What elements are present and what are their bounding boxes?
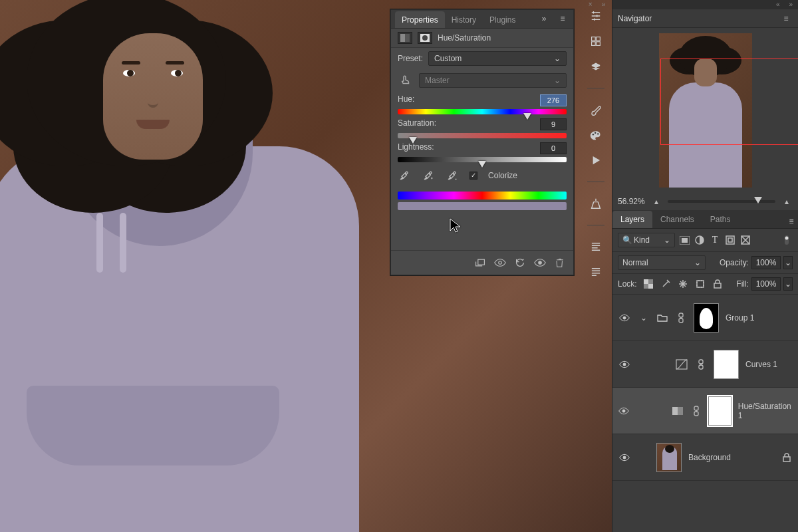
collapse-icon[interactable]: » <box>602 1 606 8</box>
saturation-slider-block: Saturation: 9 <box>391 116 573 140</box>
tab-paths[interactable]: Paths <box>702 211 739 228</box>
layer-name[interactable]: Background <box>688 453 731 462</box>
right-panel-column: « » Navigator ≡ 56.92% ▴ ▴ <box>612 0 798 532</box>
hue-label: Hue: <box>398 94 414 106</box>
lightness-slider[interactable] <box>398 157 567 162</box>
layer-row-background[interactable]: Background <box>612 434 798 481</box>
saturation-input[interactable]: 9 <box>540 118 567 130</box>
collapsed-panel-dock <box>584 9 608 279</box>
actions-dock-icon[interactable] <box>589 154 602 167</box>
lock-all-icon[interactable] <box>712 278 724 290</box>
panel-menu-icon[interactable]: ≡ <box>785 215 798 228</box>
svg-point-12 <box>595 132 596 134</box>
expand-icon[interactable]: » <box>789 1 793 9</box>
lock-icon[interactable] <box>781 452 793 464</box>
tab-properties[interactable]: Properties <box>395 11 445 28</box>
expand-group-icon[interactable]: ⌄ <box>638 312 650 324</box>
opacity-input[interactable]: 100% <box>751 256 781 269</box>
svg-rect-23 <box>644 279 648 284</box>
filter-toggle-icon[interactable] <box>781 234 793 246</box>
layer-name[interactable]: Curves 1 <box>745 360 777 369</box>
tab-history[interactable]: History <box>445 11 483 28</box>
zoom-out-icon[interactable]: ▴ <box>650 196 662 207</box>
link-icon[interactable] <box>695 358 707 370</box>
panel-menu-icon[interactable]: ≡ <box>556 12 569 25</box>
styles-dock-icon[interactable] <box>589 35 602 48</box>
fill-stepper[interactable]: ⌄ <box>783 277 793 291</box>
visibility-toggle[interactable] <box>618 360 631 368</box>
layer-row-curves[interactable]: Curves 1 <box>612 341 798 388</box>
zoom-slider-thumb[interactable] <box>754 197 762 203</box>
saturation-slider-thumb[interactable] <box>409 137 417 144</box>
toggle-visibility-icon[interactable] <box>533 256 547 269</box>
close-icon[interactable]: × <box>589 1 593 8</box>
filter-smart-icon[interactable] <box>739 234 751 246</box>
paragraph-dock-icon[interactable] <box>589 240 602 253</box>
fill-input[interactable]: 100% <box>751 277 781 291</box>
blend-mode-dropdown[interactable]: Normal ⌄ <box>618 255 706 270</box>
hue-slider-thumb[interactable] <box>523 113 531 120</box>
opacity-stepper[interactable]: ⌄ <box>783 256 793 269</box>
zoom-slider[interactable] <box>668 200 775 203</box>
hue-slider-block: Hue: 276 <box>391 92 573 116</box>
reset-icon[interactable] <box>513 256 527 269</box>
layer-mask-thumbnail[interactable] <box>708 396 732 426</box>
navigator-preview[interactable] <box>612 28 798 193</box>
eyedropper-subtract-icon[interactable] <box>446 169 459 182</box>
layer-row-huesat[interactable]: Hue/Saturation 1 <box>612 388 798 434</box>
eyedropper-add-icon[interactable] <box>422 169 435 182</box>
panel-menu-icon[interactable]: ≡ <box>779 12 793 25</box>
lightness-input[interactable]: 0 <box>540 142 567 154</box>
clone-source-dock-icon[interactable] <box>589 197 602 210</box>
colorize-checkbox[interactable] <box>469 172 477 180</box>
svg-point-5 <box>499 261 502 265</box>
visibility-toggle[interactable] <box>618 454 631 462</box>
zoom-value[interactable]: 56.92% <box>618 197 645 206</box>
layer-row-group[interactable]: ⌄ Group 1 <box>612 295 798 341</box>
delete-icon[interactable] <box>553 256 567 269</box>
group-mask-thumbnail[interactable] <box>694 303 719 332</box>
lock-pixels-icon[interactable] <box>660 278 672 290</box>
saturation-slider[interactable] <box>398 133 567 138</box>
visibility-toggle[interactable] <box>618 314 631 322</box>
tab-plugins[interactable]: Plugins <box>483 11 522 28</box>
filter-shape-icon[interactable] <box>724 234 736 246</box>
link-icon[interactable] <box>690 405 701 417</box>
lock-position-icon[interactable] <box>677 278 689 290</box>
layer-filter-kind[interactable]: 🔍Kind ⌄ <box>618 233 675 247</box>
navigator-title: Navigator <box>618 14 652 23</box>
filter-adjustment-icon[interactable] <box>694 234 706 246</box>
brushes-dock-icon[interactable] <box>589 103 602 116</box>
targeted-adjust-icon[interactable] <box>398 72 414 88</box>
clip-to-layer-icon[interactable] <box>473 256 487 269</box>
layer-thumbnail[interactable] <box>656 443 682 472</box>
layer-mask-thumbnail[interactable] <box>714 350 739 379</box>
tab-channels[interactable]: Channels <box>652 211 702 228</box>
filter-pixel-icon[interactable] <box>678 234 690 246</box>
hue-input[interactable]: 276 <box>540 94 567 106</box>
layer-name[interactable]: Hue/Saturation 1 <box>738 402 793 420</box>
zoom-in-icon[interactable]: ▴ <box>781 196 793 207</box>
lightness-slider-thumb[interactable] <box>478 161 486 168</box>
hue-slider[interactable] <box>398 109 567 114</box>
adjustments-dock-icon[interactable] <box>589 9 602 23</box>
libraries-dock-icon[interactable] <box>589 60 602 73</box>
navigator-viewbox[interactable] <box>660 59 798 145</box>
color-spectrum[interactable] <box>398 192 567 210</box>
view-previous-icon[interactable] <box>493 256 507 269</box>
eyedropper-icon[interactable] <box>398 169 411 182</box>
expand-icon[interactable]: » <box>537 12 551 25</box>
swatches-dock-icon[interactable] <box>589 128 602 142</box>
colorize-label: Colorize <box>488 171 517 180</box>
link-icon[interactable] <box>675 312 687 324</box>
tab-layers[interactable]: Layers <box>612 211 652 228</box>
character-dock-icon[interactable] <box>589 265 602 279</box>
collapse-icon[interactable]: « <box>776 1 780 9</box>
layer-name[interactable]: Group 1 <box>726 313 754 323</box>
lock-artboard-icon[interactable] <box>694 278 706 290</box>
preset-dropdown[interactable]: Custom ⌄ <box>428 51 567 66</box>
lock-transparency-icon[interactable] <box>642 278 654 290</box>
visibility-toggle[interactable] <box>618 407 630 415</box>
filter-type-icon[interactable]: T <box>709 234 721 246</box>
svg-rect-25 <box>697 281 704 287</box>
